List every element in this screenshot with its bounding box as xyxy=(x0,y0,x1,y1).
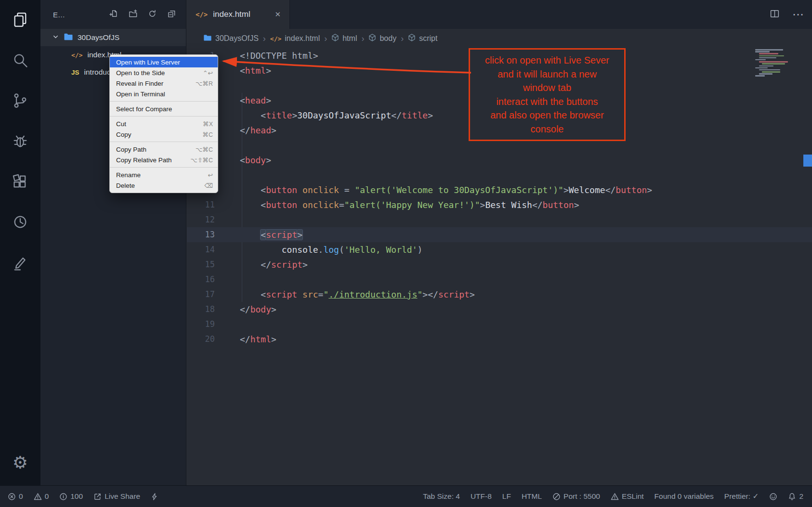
eslint-indicator[interactable]: ESLint xyxy=(611,492,644,501)
language-mode[interactable]: HTML xyxy=(522,492,542,501)
explorer-icon[interactable] xyxy=(8,8,32,32)
refresh-icon[interactable] xyxy=(148,9,157,20)
js-file-icon: JS xyxy=(71,69,79,76)
annotation-line: window tab xyxy=(472,81,622,95)
new-folder-icon[interactable] xyxy=(129,9,138,20)
code-line[interactable]: 20</html> xyxy=(187,332,812,347)
line-number: 20 xyxy=(187,332,215,347)
run-debug-icon[interactable] xyxy=(8,129,32,153)
extensions-icon[interactable] xyxy=(8,169,32,194)
menu-item-delete[interactable]: Delete ⌫ xyxy=(110,180,218,191)
feedback-smiley-icon[interactable] xyxy=(769,493,777,501)
tab-label: index.html xyxy=(213,10,250,19)
menu-item-copy-relative-path[interactable]: Copy Relative Path ⌥⇧⌘C xyxy=(110,155,218,165)
code-line[interactable]: 11 <button onclick="alert('Happy New Yea… xyxy=(187,197,812,212)
menu-item-copy-path[interactable]: Copy Path ⌥⌘C xyxy=(110,144,218,155)
menu-item-reveal-in-finder[interactable]: Reveal in Finder ⌥⌘R xyxy=(110,78,218,89)
explorer-header: E… xyxy=(40,0,186,29)
line-number: 17 xyxy=(187,287,215,302)
line-content: </body> xyxy=(240,302,276,317)
minimap-line xyxy=(755,49,783,51)
explorer-actions xyxy=(109,9,176,20)
code-line[interactable]: 14 console.log('Hello, World') xyxy=(187,242,812,257)
menu-label: Cut xyxy=(116,120,203,128)
more-actions-icon[interactable]: ⋯ xyxy=(792,8,804,21)
minimap[interactable] xyxy=(755,49,801,78)
breadcrumb-item-file[interactable]: </> index.html xyxy=(270,34,320,43)
line-content: <button onclick = "alert('Welcome to 30D… xyxy=(240,182,652,197)
context-menu: Open with Live Server Open to the Side ⌃… xyxy=(109,54,218,193)
minimap-line xyxy=(762,63,785,65)
prettier-indicator[interactable]: Prettier: ✓ xyxy=(724,492,759,501)
menu-item-cut[interactable]: Cut ⌘X xyxy=(110,118,218,129)
encoding-label: UTF-8 xyxy=(471,492,492,501)
line-number: 13 xyxy=(187,227,215,242)
menu-item-open-with-live-server[interactable]: Open with Live Server xyxy=(110,57,218,67)
tab-bar: </> index.html ✕ ⋯ xyxy=(187,0,812,29)
menu-separator xyxy=(110,116,218,117)
breadcrumb-item-body[interactable]: body xyxy=(368,34,396,43)
eol-indicator[interactable]: LF xyxy=(502,492,511,501)
settings-gear-icon[interactable]: ⚙ xyxy=(8,451,32,475)
pen-icon[interactable] xyxy=(8,250,32,274)
symbol-cube-icon xyxy=(408,34,416,43)
problems-errors[interactable]: 0 xyxy=(8,492,23,501)
source-control-icon[interactable] xyxy=(8,89,32,113)
tree-folder-30daysofjs[interactable]: 30DaysOfJS xyxy=(40,29,186,46)
line-content: <!DOCTYPE html> xyxy=(240,48,318,63)
code-line[interactable]: 17 <script src="./introduction.js"></scr… xyxy=(187,287,812,302)
code-line[interactable]: 9 xyxy=(187,168,812,182)
tab-size-indicator[interactable]: Tab Size: 4 xyxy=(423,492,460,501)
breadcrumb-item-script[interactable]: script xyxy=(408,34,437,43)
menu-item-rename[interactable]: Rename ↩ xyxy=(110,169,218,180)
info-status[interactable]: 100 xyxy=(59,492,83,501)
minimap-line xyxy=(759,55,784,57)
menu-item-open-to-the-side[interactable]: Open to the Side ⌃↩ xyxy=(110,67,218,78)
code-line[interactable]: 16 xyxy=(187,272,812,287)
code-line[interactable]: 8<body> xyxy=(187,153,812,168)
line-content: <script src="./introduction.js"></script… xyxy=(240,287,475,302)
code-line[interactable]: 13 <script> xyxy=(187,227,812,242)
menu-shortcut: ⌃↩ xyxy=(203,69,213,77)
variables-indicator[interactable]: Found 0 variables xyxy=(655,492,714,501)
line-number: 18 xyxy=(187,302,215,317)
explorer-title: E… xyxy=(53,11,65,19)
history-clock-icon[interactable] xyxy=(8,210,32,234)
breadcrumb-item-folder[interactable]: 30DaysOfJS xyxy=(203,34,259,43)
tab-index-html[interactable]: </> index.html ✕ xyxy=(187,0,290,29)
lightning-icon[interactable] xyxy=(151,493,158,501)
menu-label: Rename xyxy=(116,171,208,179)
code-line[interactable]: 12 xyxy=(187,212,812,227)
line-content: console.log('Hello, World') xyxy=(240,242,422,257)
symbol-cube-icon xyxy=(331,34,339,43)
notifications-bell[interactable]: 2 xyxy=(788,492,803,501)
code-line[interactable]: 18</body> xyxy=(187,302,812,317)
info-count: 100 xyxy=(70,492,83,501)
variables-label: Found 0 variables xyxy=(655,492,714,501)
minimap-line xyxy=(759,53,778,54)
menu-item-open-in-terminal[interactable]: Open in Terminal xyxy=(110,89,218,99)
menu-shortcut: ⌘X xyxy=(203,120,213,128)
new-file-icon[interactable] xyxy=(109,9,118,20)
minimap-line xyxy=(755,67,768,69)
menu-item-select-for-compare[interactable]: Select for Compare xyxy=(110,104,218,114)
minimap-line xyxy=(755,75,765,77)
split-editor-icon[interactable] xyxy=(770,9,780,21)
code-line[interactable]: 19 xyxy=(187,317,812,332)
port-indicator[interactable]: Port : 5500 xyxy=(552,492,600,501)
menu-item-copy[interactable]: Copy ⌘C xyxy=(110,129,218,140)
line-content: <button onclick="alert('Happy New Year!'… xyxy=(240,197,579,212)
line-number: 11 xyxy=(187,197,215,212)
code-line[interactable]: 10 <button onclick = "alert('Welcome to … xyxy=(187,182,812,197)
problems-warnings[interactable]: 0 xyxy=(34,492,49,501)
close-icon[interactable]: ✕ xyxy=(275,10,281,19)
code-line[interactable]: 15 </script> xyxy=(187,257,812,272)
encoding-indicator[interactable]: UTF-8 xyxy=(471,492,492,501)
live-share-button[interactable]: Live Share xyxy=(93,492,140,501)
search-icon[interactable] xyxy=(8,48,32,72)
collapse-all-icon[interactable] xyxy=(167,9,176,20)
editor-actions: ⋯ xyxy=(770,0,804,29)
breadcrumb-item-html[interactable]: html xyxy=(331,34,357,43)
folder-icon xyxy=(203,34,212,43)
annotation-line: console xyxy=(472,122,622,136)
